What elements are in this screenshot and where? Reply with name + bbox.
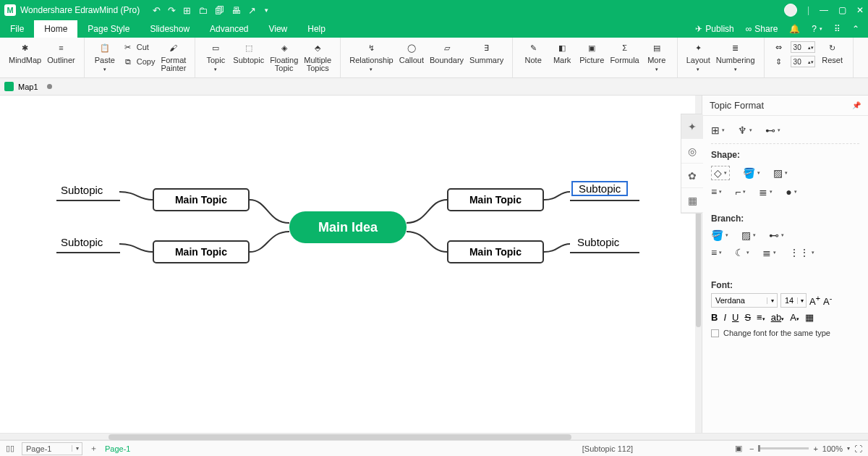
callout-button[interactable]: ◯Callout [396, 41, 427, 64]
avatar[interactable] [784, 4, 797, 17]
zoom-value[interactable]: 100% [822, 444, 843, 453]
border-dash-button[interactable]: ≣▾ [759, 186, 773, 198]
new-icon[interactable]: ⊞ [183, 5, 191, 16]
branch-connector-button[interactable]: ⊷▾ [769, 229, 784, 241]
fit-icon[interactable]: ▣ [735, 444, 742, 453]
boundary-button[interactable]: ▱Boundary [427, 41, 467, 64]
zoom-in-button[interactable]: + [813, 444, 817, 453]
subtopic-node-selected[interactable]: Subtopic [571, 181, 628, 196]
main-topic-node[interactable]: Main Topic [153, 188, 250, 211]
fill-color-button[interactable]: 🪣▾ [743, 167, 760, 179]
height-control[interactable]: ⇕30▴▾ [773, 55, 815, 68]
font-size-combo[interactable]: 14▾ [780, 293, 807, 308]
branch-curve-button[interactable]: ☾▾ [735, 247, 749, 258]
branch-dash-button[interactable]: ≣▾ [762, 247, 776, 258]
maximize-button[interactable]: ▢ [838, 5, 846, 15]
collapse-ribbon-icon[interactable]: ⌃ [852, 24, 859, 34]
side-tab-theme[interactable]: ✿ [681, 164, 703, 188]
formula-button[interactable]: ΣFormula [607, 41, 642, 64]
subtopic-node[interactable]: Subtopic [577, 236, 619, 248]
border-color-button[interactable]: ●▾ [786, 186, 796, 198]
qat-dropdown-icon[interactable]: ▼ [263, 7, 269, 14]
topic-button[interactable]: ▭Topic▾ [201, 41, 230, 73]
decrease-font-button[interactable]: A- [823, 294, 832, 307]
menu-slideshow[interactable]: Slideshow [140, 20, 200, 38]
more-button[interactable]: ▤More▾ [642, 41, 671, 73]
menu-page-style[interactable]: Page Style [77, 20, 140, 38]
horizontal-scrollbar[interactable] [0, 433, 868, 440]
font-family-combo[interactable]: Verdana▾ [711, 293, 778, 308]
clear-format-button[interactable]: ▦ [805, 312, 814, 323]
page-tab[interactable]: Page-1 [105, 444, 130, 453]
side-tab-style[interactable]: ✦ [681, 114, 703, 139]
cut-button[interactable]: ✂Cut [122, 41, 156, 54]
strike-button[interactable]: S [744, 312, 751, 323]
outliner-button[interactable]: ≡Outliner [44, 41, 78, 64]
branch-pattern-button[interactable]: ⋮⋮▾ [789, 247, 814, 258]
menu-home[interactable]: Home [34, 20, 77, 38]
numbering-button[interactable]: ≣Numbering▾ [713, 41, 758, 73]
menu-advanced[interactable]: Advanced [200, 20, 258, 38]
open-icon[interactable]: 🗀 [198, 5, 208, 16]
export-icon[interactable]: ↗ [248, 5, 256, 16]
share-button[interactable]: ∞Share [746, 24, 778, 34]
fullscreen-icon[interactable]: ⛶ [854, 444, 862, 453]
italic-button[interactable]: I [723, 312, 726, 323]
main-topic-node[interactable]: Main Topic [447, 188, 544, 211]
corner-button[interactable]: ⌐▾ [735, 186, 746, 198]
copy-button[interactable]: ⧉Copy [122, 55, 156, 68]
connector-style-button[interactable]: ⊷▾ [765, 124, 780, 136]
shadow-button[interactable]: ▨▾ [773, 167, 788, 179]
zoom-slider[interactable] [758, 447, 809, 449]
layout-button[interactable]: ✦Layout▾ [684, 41, 713, 73]
subtopic-button[interactable]: ⬚Subtopic [230, 41, 267, 64]
canvas[interactable]: Main Idea Main Topic Main Topic Main Top… [0, 96, 702, 433]
bold-button[interactable]: B [711, 312, 718, 323]
zoom-out-button[interactable]: − [749, 444, 754, 453]
note-button[interactable]: ✎Note [519, 41, 548, 64]
change-font-checkbox[interactable]: Change font for the same type [711, 329, 859, 337]
zoom-dropdown-icon[interactable]: ▾ [847, 445, 850, 452]
undo-icon[interactable]: ↶ [153, 5, 161, 16]
border-style-button[interactable]: ≡▾ [711, 186, 722, 198]
close-button[interactable]: ✕ [856, 5, 864, 15]
outline-view-icon[interactable]: ▯▯ [6, 444, 14, 453]
branch-style-button[interactable]: ▨▾ [741, 229, 756, 241]
apps-icon[interactable]: ⠿ [834, 24, 841, 34]
main-topic-node[interactable]: Main Topic [447, 240, 544, 263]
menu-file[interactable]: File [0, 20, 34, 38]
highlight-button[interactable]: ab▾ [771, 312, 784, 323]
underline-button[interactable]: U [732, 312, 739, 323]
width-control[interactable]: ⇔30▴▾ [773, 41, 815, 54]
central-topic[interactable]: Main Idea [289, 211, 407, 243]
branch-fill-button[interactable]: 🪣▾ [711, 229, 728, 241]
subtopic-node[interactable]: Subtopic [61, 184, 103, 196]
font-color-button[interactable]: A▾ [790, 312, 799, 323]
pin-icon[interactable]: 📌 [852, 101, 861, 109]
main-topic-node[interactable]: Main Topic [153, 240, 250, 263]
multiple-topics-button[interactable]: ⬘Multiple Topics [301, 41, 334, 72]
publish-button[interactable]: ✈Publish [695, 24, 733, 34]
shape-type-button[interactable]: ◇▾ [711, 166, 730, 180]
relationship-button[interactable]: ↯Relationship▾ [346, 41, 396, 73]
summary-button[interactable]: ∃Summary [467, 41, 506, 64]
increase-font-button[interactable]: A+ [809, 294, 820, 307]
paste-button[interactable]: 📋Paste▾ [90, 41, 119, 73]
layout-type-button[interactable]: ⊞▾ [711, 124, 725, 136]
side-tab-page[interactable]: ◎ [681, 139, 703, 164]
mindmap-button[interactable]: ✱MindMap [6, 41, 44, 64]
bell-icon[interactable]: 🔔 [789, 24, 800, 34]
minimize-button[interactable]: — [820, 5, 828, 15]
mark-button[interactable]: ◧Mark [548, 41, 576, 64]
redo-icon[interactable]: ↷ [168, 5, 176, 16]
scrollbar-thumb[interactable] [109, 434, 571, 440]
document-tab[interactable]: Map1 [4, 82, 52, 91]
add-page-button[interactable]: ＋ [90, 443, 98, 454]
zoom-thumb[interactable] [758, 445, 760, 452]
page-combo[interactable]: Page-1▾ [22, 442, 82, 455]
floating-topic-button[interactable]: ◈Floating Topic [267, 41, 301, 72]
side-tab-icons[interactable]: ▦ [681, 188, 703, 213]
align-button[interactable]: ≡▾ [757, 312, 765, 323]
branch-line-button[interactable]: ≡▾ [711, 247, 722, 258]
menu-view[interactable]: View [258, 20, 297, 38]
